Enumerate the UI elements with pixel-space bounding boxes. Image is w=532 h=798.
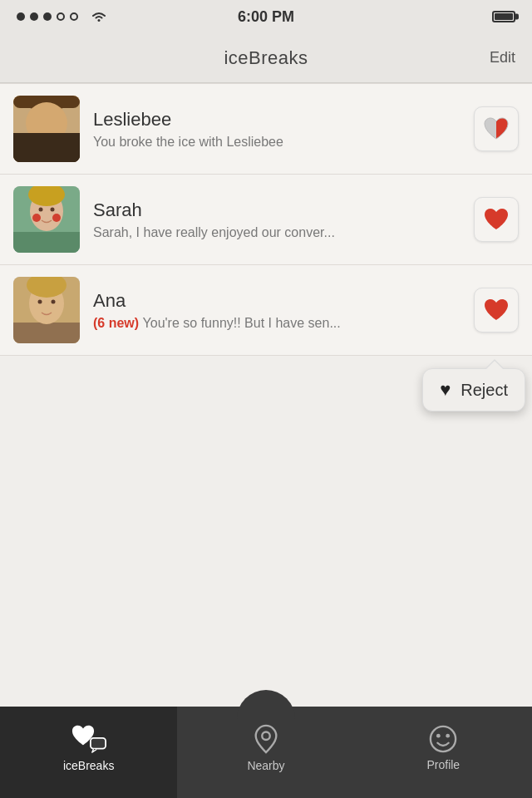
- signal-dot-1: [17, 12, 25, 21]
- svg-point-24: [262, 732, 269, 739]
- item-info-sarah: Sarah Sarah, I have really enjoyed our c…: [80, 200, 474, 240]
- item-message-lesliebee: You broke the ice with Lesliebee: [93, 135, 474, 150]
- profile-icon: [429, 725, 457, 753]
- list-item[interactable]: Lesliebee You broke the ice with Leslieb…: [0, 83, 532, 175]
- list-item-ana[interactable]: Ana (6 new) You're so funny!! But I have…: [0, 265, 532, 356]
- reject-heart-icon: ♥: [440, 379, 451, 401]
- item-info-lesliebee: Lesliebee You broke the ice with Leslieb…: [80, 109, 474, 150]
- signal-dot-2: [30, 12, 38, 21]
- item-info-ana: Ana (6 new) You're so funny!! But I have…: [80, 290, 474, 331]
- item-name-sarah: Sarah: [93, 200, 474, 221]
- svg-point-15: [32, 214, 41, 222]
- icebreaks-speech-icon: [89, 737, 107, 754]
- svg-point-27: [446, 734, 451, 738]
- item-name-lesliebee: Lesliebee: [93, 109, 474, 131]
- tab-icebreaks-label: iceBreaks: [63, 759, 114, 772]
- tab-icebreaks[interactable]: iceBreaks: [0, 707, 177, 798]
- svg-point-22: [52, 300, 56, 304]
- svg-rect-4: [13, 96, 80, 108]
- svg-point-14: [51, 208, 55, 212]
- edit-button[interactable]: Edit: [490, 49, 515, 66]
- signal-dot-3: [43, 12, 52, 21]
- battery-icon: [492, 11, 515, 22]
- avatar-ana: [13, 277, 80, 343]
- reject-popup[interactable]: ♥ Reject: [422, 368, 525, 411]
- item-message-ana: (6 new) You're so funny!! But I have sen…: [93, 316, 474, 331]
- list-item[interactable]: Sarah Sarah, I have really enjoyed our c…: [0, 175, 532, 265]
- message-text: You're so funny!! But I have sen...: [143, 316, 341, 330]
- svg-point-25: [431, 727, 456, 751]
- status-bar: 6:00 PM: [0, 0, 532, 33]
- svg-point-13: [39, 208, 43, 212]
- avatar-lesliebee: [13, 96, 80, 162]
- tab-profile[interactable]: Profile: [355, 707, 532, 798]
- item-name-ana: Ana: [93, 290, 474, 312]
- svg-rect-10: [13, 232, 80, 253]
- new-badge: (6 new): [93, 316, 143, 330]
- svg-rect-1: [13, 141, 80, 162]
- nav-title: iceBreaks: [224, 47, 308, 69]
- svg-point-16: [52, 214, 61, 222]
- heart-button-sarah[interactable]: [474, 197, 519, 242]
- tab-profile-label: Profile: [426, 758, 460, 771]
- status-time: 6:00 PM: [238, 8, 294, 26]
- nearby-icon: [253, 724, 279, 754]
- svg-point-2: [28, 101, 65, 144]
- nav-bar: iceBreaks Edit: [0, 33, 532, 83]
- svg-rect-18: [13, 323, 80, 343]
- nearby-bump: [237, 690, 295, 723]
- item-message-sarah: Sarah, I have really enjoyed our conver.…: [93, 225, 474, 240]
- tab-bar: iceBreaks Nearby Profile: [0, 707, 532, 798]
- svg-point-26: [436, 734, 441, 738]
- svg-rect-23: [91, 738, 106, 749]
- heart-button-ana[interactable]: [474, 288, 519, 332]
- svg-point-21: [38, 300, 42, 304]
- content-area: Lesliebee You broke the ice with Leslieb…: [0, 83, 532, 356]
- svg-point-5: [37, 118, 42, 123]
- signal-dots: [17, 10, 108, 23]
- reject-label: Reject: [461, 381, 508, 400]
- svg-point-6: [51, 118, 56, 123]
- avatar-sarah: [13, 186, 80, 253]
- signal-dot-4: [57, 12, 65, 21]
- heart-button-lesliebee[interactable]: [474, 106, 519, 151]
- tab-nearby-label: Nearby: [247, 759, 284, 772]
- wifi-icon: [90, 10, 108, 23]
- signal-dot-5: [70, 12, 78, 21]
